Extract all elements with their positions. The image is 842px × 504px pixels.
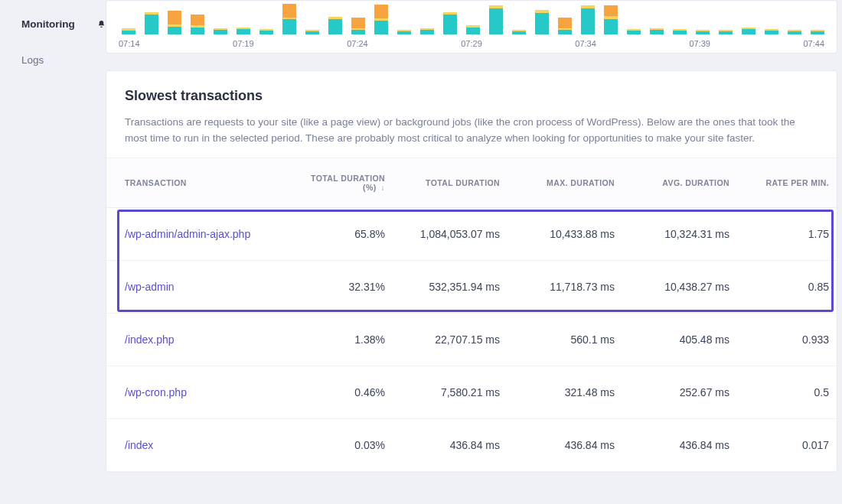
chart-bar[interactable] — [765, 29, 778, 34]
cell-total: 22,707.15 ms — [385, 333, 500, 346]
chart-bar[interactable] — [328, 17, 342, 34]
chart-bar[interactable] — [145, 12, 158, 34]
x-tick: 07:34 — [575, 39, 596, 48]
chart-bar[interactable] — [673, 29, 687, 34]
cell-avg: 252.67 ms — [615, 386, 729, 398]
chart-bar[interactable] — [237, 28, 250, 34]
sidebar-item-label: Logs — [21, 54, 106, 66]
cell-pct: 32.31% — [301, 281, 385, 293]
transaction-link[interactable]: /wp-cron.php — [125, 386, 301, 398]
transaction-link[interactable]: /index.php — [125, 333, 301, 346]
chart-bar[interactable] — [581, 5, 595, 34]
cell-rate: 0.5 — [729, 386, 829, 398]
chart-bar[interactable] — [282, 4, 296, 34]
cell-total: 1,084,053.07 ms — [385, 228, 500, 240]
chart-bar[interactable] — [168, 11, 181, 34]
x-tick: 07:14 — [119, 39, 140, 48]
chart-bar[interactable] — [558, 18, 572, 34]
x-tick: 07:39 — [689, 39, 710, 48]
chart-x-axis: 07:1407:1907:2407:2907:3407:3907:44 — [117, 34, 826, 48]
cell-max: 560.1 ms — [500, 333, 615, 346]
chart-bar[interactable] — [191, 15, 204, 34]
cell-max: 10,433.88 ms — [500, 228, 615, 240]
chart-bar[interactable] — [214, 28, 227, 34]
cell-max: 11,718.73 ms — [500, 281, 615, 293]
cell-pct: 0.46% — [301, 386, 385, 398]
chart-bar[interactable] — [305, 30, 319, 34]
panel-description: Transactions are requests to your site (… — [125, 115, 818, 147]
chart-bar[interactable] — [259, 29, 273, 34]
col-max-duration[interactable]: MAX. DURATION — [500, 178, 615, 187]
col-rate[interactable]: RATE PER MIN. — [729, 178, 829, 187]
x-tick: 07:29 — [461, 39, 482, 48]
cell-avg: 436.84 ms — [615, 439, 729, 451]
table-row: /index.php1.38%22,707.15 ms560.1 ms405.4… — [106, 314, 837, 366]
panel-header: Slowest transactions Transactions are re… — [106, 71, 837, 158]
chart-bar[interactable] — [788, 30, 801, 34]
chart-bar[interactable] — [696, 30, 710, 34]
chart-bar[interactable] — [420, 28, 434, 34]
transaction-link[interactable]: /index — [125, 439, 301, 451]
cell-avg: 10,438.27 ms — [615, 281, 729, 293]
sidebar-item-label: Monitoring — [21, 18, 94, 30]
table-row: /wp-cron.php0.46%7,580.21 ms321.48 ms252… — [106, 366, 837, 419]
cell-total: 532,351.94 ms — [385, 281, 500, 293]
col-total-pct-label: TOTAL DURATION (%) — [311, 174, 385, 192]
chart-bar[interactable] — [719, 30, 733, 34]
cell-rate: 0.017 — [729, 439, 829, 451]
chart-bar[interactable] — [535, 10, 549, 34]
timeline-chart: 07:1407:1907:2407:2907:3407:3907:44 — [106, 0, 837, 54]
x-tick: 07:24 — [347, 39, 368, 48]
chart-bar[interactable] — [122, 28, 135, 34]
panel-title: Slowest transactions — [125, 88, 818, 104]
cell-pct: 1.38% — [301, 333, 385, 346]
table-body: /wp-admin/admin-ajax.php65.8%1,084,053.0… — [106, 208, 837, 472]
chart-bar[interactable] — [466, 25, 480, 34]
transaction-link[interactable]: /wp-admin/admin-ajax.php — [125, 228, 301, 240]
chart-bar[interactable] — [443, 12, 457, 34]
x-tick: 07:44 — [803, 39, 824, 48]
cell-max: 321.48 ms — [500, 386, 615, 398]
cell-pct: 0.03% — [301, 439, 385, 451]
sidebar-item-logs[interactable]: Logs — [0, 50, 106, 70]
table-row: /index0.03%436.84 ms436.84 ms436.84 ms0.… — [106, 419, 837, 472]
main: 07:1407:1907:2407:2907:3407:3907:44 Slow… — [106, 0, 842, 473]
cell-rate: 0.85 — [729, 281, 829, 293]
cell-avg: 405.48 ms — [615, 333, 729, 346]
transaction-link[interactable]: /wp-admin — [125, 281, 301, 293]
bell-icon — [97, 20, 106, 28]
x-tick: 07:19 — [233, 39, 254, 48]
chart-bar[interactable] — [512, 30, 526, 34]
cell-rate: 0.933 — [729, 333, 829, 346]
sidebar-item-monitoring[interactable]: Monitoring — [0, 14, 106, 34]
chart-bar[interactable] — [742, 28, 756, 34]
table-row: /wp-admin/admin-ajax.php65.8%1,084,053.0… — [106, 208, 837, 261]
cell-total: 7,580.21 ms — [385, 386, 500, 398]
cell-avg: 10,324.31 ms — [615, 228, 729, 240]
chart-bar[interactable] — [811, 30, 824, 34]
chart-bar[interactable] — [374, 5, 388, 34]
cell-pct: 65.8% — [301, 228, 385, 240]
chart-bar[interactable] — [604, 5, 618, 34]
cell-rate: 1.75 — [729, 228, 829, 240]
sidebar: Monitoring Logs — [0, 0, 106, 504]
chart-bar[interactable] — [489, 5, 503, 34]
cell-max: 436.84 ms — [500, 439, 615, 451]
chart-bars — [117, 1, 826, 34]
col-total-duration[interactable]: TOTAL DURATION — [385, 178, 500, 187]
table-header: TRANSACTION TOTAL DURATION (%)↓ TOTAL DU… — [106, 158, 837, 208]
table-row: /wp-admin32.31%532,351.94 ms11,718.73 ms… — [106, 261, 837, 314]
chart-bar[interactable] — [397, 30, 411, 34]
slowest-transactions-panel: Slowest transactions Transactions are re… — [106, 70, 837, 473]
col-transaction[interactable]: TRANSACTION — [125, 178, 301, 187]
col-total-pct[interactable]: TOTAL DURATION (%)↓ — [301, 174, 385, 192]
col-avg-duration[interactable]: AVG. DURATION — [615, 178, 729, 187]
chart-bar[interactable] — [650, 28, 664, 34]
chart-bar[interactable] — [351, 18, 365, 34]
cell-total: 436.84 ms — [385, 439, 500, 451]
chart-bar[interactable] — [627, 29, 641, 34]
